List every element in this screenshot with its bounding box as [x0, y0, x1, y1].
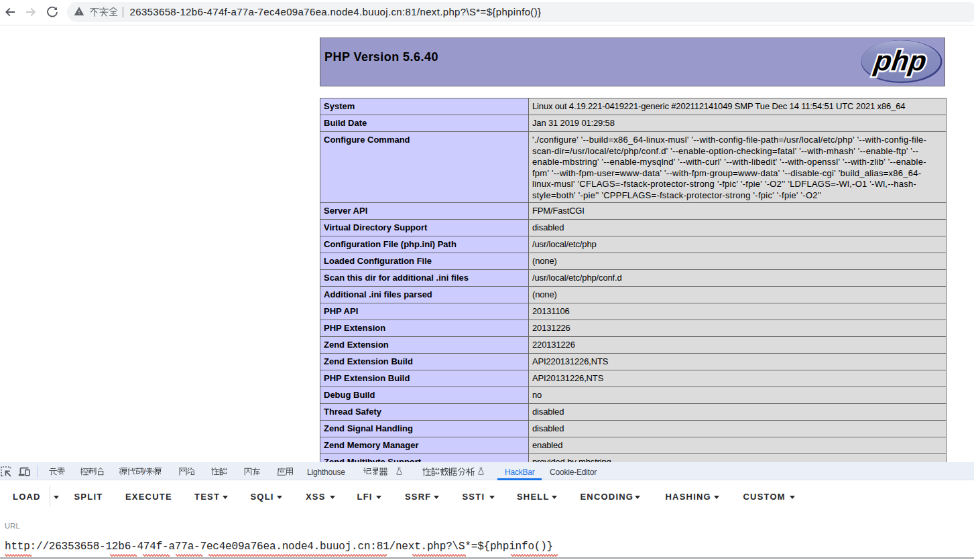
svg-text:php: php [872, 46, 929, 77]
